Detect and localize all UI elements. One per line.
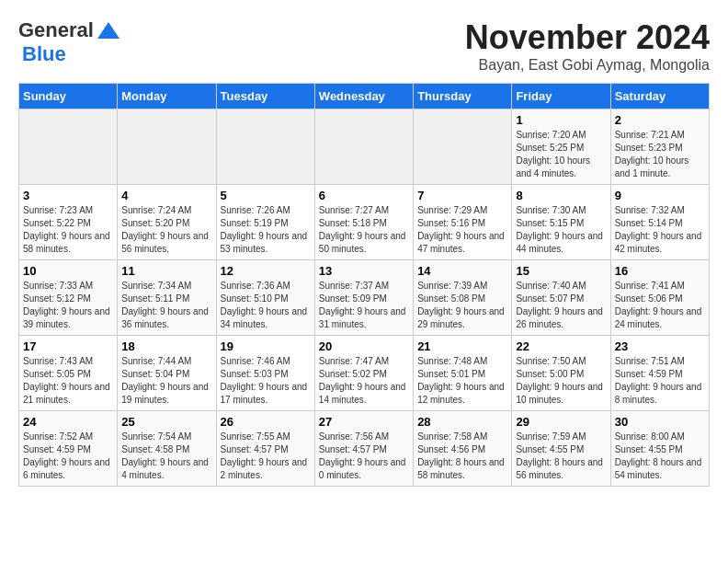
weekday-header-tuesday: Tuesday — [216, 84, 314, 109]
day-number: 25 — [121, 415, 211, 429]
calendar-cell: 28Sunrise: 7:58 AM Sunset: 4:56 PM Dayli… — [414, 411, 512, 487]
day-number: 8 — [516, 189, 606, 202]
calendar-cell: 21Sunrise: 7:48 AM Sunset: 5:01 PM Dayli… — [414, 336, 512, 411]
day-number: 30 — [615, 415, 705, 429]
day-info: Sunrise: 7:30 AM Sunset: 5:15 PM Dayligh… — [516, 204, 606, 256]
day-info: Sunrise: 7:47 AM Sunset: 5:02 PM Dayligh… — [319, 355, 409, 407]
svg-marker-0 — [97, 22, 119, 39]
day-number: 22 — [516, 339, 606, 353]
day-info: Sunrise: 7:58 AM Sunset: 4:56 PM Dayligh… — [417, 431, 507, 482]
day-number: 26 — [221, 415, 311, 429]
day-info: Sunrise: 7:56 AM Sunset: 4:57 PM Dayligh… — [319, 431, 409, 482]
calendar-cell: 6Sunrise: 7:27 AM Sunset: 5:18 PM Daylig… — [314, 185, 413, 260]
day-info: Sunrise: 7:55 AM Sunset: 4:57 PM Dayligh… — [221, 431, 311, 482]
calendar-week-3: 10Sunrise: 7:33 AM Sunset: 5:12 PM Dayli… — [19, 260, 710, 336]
day-number: 18 — [121, 339, 211, 353]
logo-general: General — [18, 18, 94, 42]
weekday-header-monday: Monday — [118, 84, 216, 109]
day-number: 20 — [319, 339, 409, 353]
day-info: Sunrise: 7:29 AM Sunset: 5:16 PM Dayligh… — [417, 204, 507, 256]
calendar-cell: 26Sunrise: 7:55 AM Sunset: 4:57 PM Dayli… — [216, 411, 314, 487]
day-number: 24 — [23, 415, 113, 429]
day-number: 13 — [319, 264, 409, 278]
calendar-cell: 9Sunrise: 7:32 AM Sunset: 5:14 PM Daylig… — [610, 185, 709, 260]
calendar-cell: 5Sunrise: 7:26 AM Sunset: 5:19 PM Daylig… — [216, 185, 314, 260]
day-info: Sunrise: 7:21 AM Sunset: 5:23 PM Dayligh… — [615, 129, 705, 180]
day-number: 27 — [319, 415, 409, 429]
logo: General Blue — [18, 18, 121, 66]
calendar-cell: 18Sunrise: 7:44 AM Sunset: 5:04 PM Dayli… — [118, 336, 216, 411]
day-info: Sunrise: 7:39 AM Sunset: 5:08 PM Dayligh… — [417, 280, 507, 331]
day-number: 12 — [221, 264, 311, 278]
day-number: 9 — [615, 189, 705, 202]
day-info: Sunrise: 7:23 AM Sunset: 5:22 PM Dayligh… — [23, 204, 113, 256]
day-number: 21 — [417, 339, 507, 353]
day-number: 2 — [615, 113, 705, 127]
day-number: 16 — [615, 264, 705, 278]
calendar-cell: 14Sunrise: 7:39 AM Sunset: 5:08 PM Dayli… — [414, 260, 512, 336]
day-number: 10 — [23, 264, 113, 278]
day-number: 7 — [417, 189, 507, 202]
calendar-cell — [118, 109, 216, 185]
day-info: Sunrise: 7:27 AM Sunset: 5:18 PM Dayligh… — [319, 204, 409, 256]
calendar-cell: 1Sunrise: 7:20 AM Sunset: 5:25 PM Daylig… — [512, 109, 610, 185]
location-title: Bayan, East Gobi Aymag, Mongolia — [465, 57, 710, 74]
day-number: 29 — [516, 415, 606, 429]
day-info: Sunrise: 8:00 AM Sunset: 4:55 PM Dayligh… — [615, 431, 705, 482]
calendar-cell: 16Sunrise: 7:41 AM Sunset: 5:06 PM Dayli… — [610, 260, 709, 336]
day-number: 14 — [417, 264, 507, 278]
day-number: 11 — [121, 264, 211, 278]
day-number: 5 — [221, 189, 311, 202]
calendar-cell: 30Sunrise: 8:00 AM Sunset: 4:55 PM Dayli… — [610, 411, 709, 487]
calendar-cell: 11Sunrise: 7:34 AM Sunset: 5:11 PM Dayli… — [118, 260, 216, 336]
day-number: 3 — [23, 189, 113, 202]
weekday-header-thursday: Thursday — [414, 84, 512, 109]
calendar-cell: 12Sunrise: 7:36 AM Sunset: 5:10 PM Dayli… — [216, 260, 314, 336]
calendar-cell — [19, 109, 118, 185]
calendar-cell: 25Sunrise: 7:54 AM Sunset: 4:58 PM Dayli… — [118, 411, 216, 487]
day-info: Sunrise: 7:36 AM Sunset: 5:10 PM Dayligh… — [221, 280, 311, 331]
day-info: Sunrise: 7:34 AM Sunset: 5:11 PM Dayligh… — [121, 280, 211, 331]
weekday-header-friday: Friday — [512, 84, 610, 109]
weekday-header-sunday: Sunday — [19, 84, 118, 109]
weekday-header-row: SundayMondayTuesdayWednesdayThursdayFrid… — [19, 84, 710, 109]
day-info: Sunrise: 7:43 AM Sunset: 5:05 PM Dayligh… — [23, 355, 113, 407]
calendar-cell: 7Sunrise: 7:29 AM Sunset: 5:16 PM Daylig… — [414, 185, 512, 260]
weekday-header-wednesday: Wednesday — [314, 84, 413, 109]
day-number: 17 — [23, 339, 113, 353]
calendar-table: SundayMondayTuesdayWednesdayThursdayFrid… — [18, 83, 710, 487]
calendar-cell: 22Sunrise: 7:50 AM Sunset: 5:00 PM Dayli… — [512, 336, 610, 411]
day-info: Sunrise: 7:50 AM Sunset: 5:00 PM Dayligh… — [516, 355, 606, 407]
day-info: Sunrise: 7:40 AM Sunset: 5:07 PM Dayligh… — [516, 280, 606, 331]
calendar-cell: 8Sunrise: 7:30 AM Sunset: 5:15 PM Daylig… — [512, 185, 610, 260]
title-area: November 2024 Bayan, East Gobi Aymag, Mo… — [465, 18, 710, 74]
month-title: November 2024 — [465, 18, 710, 57]
day-info: Sunrise: 7:26 AM Sunset: 5:19 PM Dayligh… — [221, 204, 311, 256]
calendar-cell: 15Sunrise: 7:40 AM Sunset: 5:07 PM Dayli… — [512, 260, 610, 336]
calendar-cell: 4Sunrise: 7:24 AM Sunset: 5:20 PM Daylig… — [118, 185, 216, 260]
day-info: Sunrise: 7:44 AM Sunset: 5:04 PM Dayligh… — [121, 355, 211, 407]
calendar-cell: 17Sunrise: 7:43 AM Sunset: 5:05 PM Dayli… — [19, 336, 118, 411]
day-info: Sunrise: 7:33 AM Sunset: 5:12 PM Dayligh… — [23, 280, 113, 331]
calendar-week-4: 17Sunrise: 7:43 AM Sunset: 5:05 PM Dayli… — [19, 336, 710, 411]
day-number: 1 — [516, 113, 606, 127]
day-number: 6 — [319, 189, 409, 202]
day-info: Sunrise: 7:46 AM Sunset: 5:03 PM Dayligh… — [221, 355, 311, 407]
day-info: Sunrise: 7:48 AM Sunset: 5:01 PM Dayligh… — [417, 355, 507, 407]
calendar-cell — [216, 109, 314, 185]
calendar-cell: 23Sunrise: 7:51 AM Sunset: 4:59 PM Dayli… — [610, 336, 709, 411]
day-info: Sunrise: 7:32 AM Sunset: 5:14 PM Dayligh… — [615, 204, 705, 256]
calendar-week-5: 24Sunrise: 7:52 AM Sunset: 4:59 PM Dayli… — [19, 411, 710, 487]
calendar-cell — [414, 109, 512, 185]
day-info: Sunrise: 7:54 AM Sunset: 4:58 PM Dayligh… — [121, 431, 211, 482]
logo-icon — [96, 20, 121, 40]
calendar-cell: 19Sunrise: 7:46 AM Sunset: 5:03 PM Dayli… — [216, 336, 314, 411]
day-number: 4 — [121, 189, 211, 202]
calendar-cell: 29Sunrise: 7:59 AM Sunset: 4:55 PM Dayli… — [512, 411, 610, 487]
calendar-cell: 24Sunrise: 7:52 AM Sunset: 4:59 PM Dayli… — [19, 411, 118, 487]
calendar-cell: 13Sunrise: 7:37 AM Sunset: 5:09 PM Dayli… — [314, 260, 413, 336]
day-info: Sunrise: 7:52 AM Sunset: 4:59 PM Dayligh… — [23, 431, 113, 482]
calendar-cell — [314, 109, 413, 185]
weekday-header-saturday: Saturday — [610, 84, 709, 109]
day-info: Sunrise: 7:59 AM Sunset: 4:55 PM Dayligh… — [516, 431, 606, 482]
